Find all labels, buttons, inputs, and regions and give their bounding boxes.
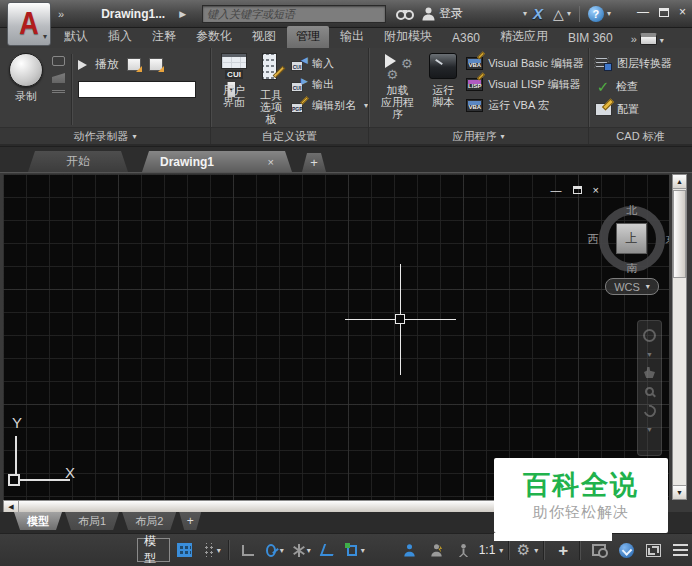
new-drawing-tab-button[interactable]: +	[302, 153, 326, 172]
clean-screen-button[interactable]	[641, 538, 665, 562]
workspace-dropdown-icon[interactable]: ▾	[534, 546, 538, 555]
help-icon[interactable]: ?	[588, 6, 604, 22]
layout-tab-model[interactable]: 模型	[14, 512, 62, 530]
edit-aliases-button[interactable]: PGP 编辑别名 ▾	[291, 96, 368, 115]
ribbon-display-toggle-icon[interactable]	[640, 33, 657, 45]
load-application-button[interactable]: ⚙ ⚙ 加载 应用程序	[375, 52, 420, 127]
drawing-restore-button[interactable]	[573, 186, 582, 194]
navigation-more-icon[interactable]: ▼	[646, 426, 653, 433]
annotation-visibility-button[interactable]	[397, 538, 421, 562]
visual-basic-editor-button[interactable]: VBA Visual Basic 编辑器	[466, 54, 584, 73]
ribbon-tab-insert[interactable]: 插入	[99, 26, 141, 48]
close-button[interactable]: ×	[679, 5, 686, 19]
record-button[interactable]: 录制	[6, 52, 46, 127]
navigation-wheel-dropdown-icon[interactable]: ▼	[646, 351, 653, 358]
insert-message-icon[interactable]	[52, 56, 65, 66]
annotation-scale-button[interactable]	[451, 538, 475, 562]
object-snap-dropdown-icon[interactable]: ▾	[361, 546, 365, 555]
wcs-dropdown[interactable]: WCS ▾	[605, 278, 659, 295]
vertical-scrollbar[interactable]: ▲ ▼	[672, 174, 687, 500]
ribbon-tab-annotate[interactable]: 注释	[143, 26, 185, 48]
layer-translator-button[interactable]: 图层转换器	[595, 54, 672, 73]
orbit-icon[interactable]	[641, 403, 658, 420]
viewcube-west-label[interactable]: 西	[588, 232, 599, 247]
scale-dropdown-icon[interactable]: ▾	[499, 546, 503, 555]
search-binoculars-icon[interactable]	[396, 7, 414, 21]
object-snap-tracking-button[interactable]	[317, 538, 341, 562]
ribbon-tab-addins[interactable]: 附加模块	[375, 26, 441, 48]
panel-label-customization[interactable]: 自定义设置	[211, 127, 368, 144]
customization-menu-button[interactable]	[668, 538, 692, 562]
ribbon-tab-view[interactable]: 视图	[243, 26, 285, 48]
help-dropdown-icon[interactable]: ▾	[607, 9, 611, 18]
isometric-dropdown-icon[interactable]: ▾	[307, 546, 311, 555]
polar-tracking-button[interactable]: ▾	[263, 538, 287, 562]
ribbon-tab-a360[interactable]: A360	[443, 29, 489, 48]
annotation-scale-value-button[interactable]: 1:1 ▾	[478, 538, 503, 562]
object-snap-button[interactable]: ▾	[344, 538, 368, 562]
isolate-objects-button[interactable]	[587, 538, 611, 562]
scroll-down-icon[interactable]: ▼	[673, 485, 686, 499]
document-title-arrow-icon[interactable]: ▶	[179, 9, 186, 19]
minimize-button[interactable]: —	[637, 5, 649, 19]
tool-palettes-button[interactable]: 工具 选项板	[255, 52, 287, 127]
viewcube[interactable]: 上 北 西 东 南	[599, 206, 665, 272]
file-tab-start[interactable]: 开始	[28, 151, 128, 172]
polar-dropdown-icon[interactable]: ▾	[280, 546, 284, 555]
ortho-mode-button[interactable]	[236, 538, 260, 562]
isometric-drafting-button[interactable]: ▾	[290, 538, 314, 562]
wcs-dropdown-icon[interactable]: ▾	[646, 282, 650, 291]
panel-expand-icon[interactable]: ▾	[132, 132, 136, 141]
drawing-minimize-button[interactable]: —	[551, 184, 562, 196]
quick-access-expand-icon[interactable]: »	[58, 8, 63, 20]
import-customization-button[interactable]: CUI ◀ 输入	[291, 54, 368, 73]
macro-combobox-input[interactable]	[79, 82, 227, 97]
manage-macros-icon[interactable]	[127, 58, 141, 71]
panel-expand-icon[interactable]: ▾	[500, 132, 504, 141]
macro-combobox[interactable]: ▼	[78, 81, 196, 98]
application-menu-button[interactable]: A ▾	[7, 2, 51, 46]
vertical-scrollbar-thumb[interactable]	[673, 190, 686, 278]
run-script-button[interactable]: 运行 脚本	[426, 52, 460, 127]
ribbon-tab-overflow-icon[interactable]: »	[631, 33, 636, 45]
edit-macro-icon[interactable]	[149, 58, 163, 71]
search-input[interactable]	[203, 6, 385, 22]
annotation-monitor-button[interactable]: +	[551, 538, 575, 562]
panel-label-applications[interactable]: 应用程序 ▾	[369, 127, 588, 144]
restore-button[interactable]	[659, 8, 669, 17]
check-standards-button[interactable]: ✓ 检查	[595, 77, 672, 96]
viewcube-east-label[interactable]: 东	[666, 232, 670, 247]
user-interface-button[interactable]: CUI 用户 界面	[217, 52, 251, 127]
ribbon-tab-default[interactable]: 默认	[55, 26, 97, 48]
panel-label-action-recorder[interactable]: 动作录制器 ▾	[0, 127, 210, 144]
configure-standards-button[interactable]: 配置	[595, 100, 672, 119]
model-space-button[interactable]: 模型	[137, 538, 170, 562]
snap-dropdown-icon[interactable]: ▾	[217, 546, 221, 555]
exchange-apps-icon[interactable]: X	[533, 5, 543, 22]
zoom-icon[interactable]	[645, 387, 654, 396]
pan-icon[interactable]	[644, 367, 655, 378]
signin-dropdown-icon[interactable]: ▾	[523, 9, 527, 18]
snap-mode-button[interactable]: ▾	[200, 538, 224, 562]
viewcube-south-label[interactable]: 南	[627, 261, 638, 276]
viewcube-north-label[interactable]: 北	[627, 203, 638, 218]
visual-lisp-editor-button[interactable]: LISP Visual LISP 编辑器	[466, 75, 584, 94]
drawing-canvas[interactable]: — × 上 北 西 东 南 WCS ▾ ▼	[3, 174, 669, 500]
file-tab-close-icon[interactable]: ×	[268, 156, 274, 168]
annotation-autoscale-button[interactable]	[424, 538, 448, 562]
layout-tab-layout2[interactable]: 布局2	[122, 512, 176, 530]
ribbon-tab-parametric[interactable]: 参数化	[187, 26, 241, 48]
a360-dropdown-icon[interactable]: ▾	[567, 9, 571, 18]
ribbon-tab-manage[interactable]: 管理	[287, 26, 329, 48]
ribbon-tab-output[interactable]: 输出	[331, 26, 373, 48]
search-box[interactable]	[202, 5, 386, 23]
insert-base-point-icon[interactable]	[52, 73, 65, 83]
export-customization-button[interactable]: CUI ◀ 输出	[291, 75, 368, 94]
workspace-switching-button[interactable]: ⚙ ▾	[515, 538, 539, 562]
scroll-left-icon[interactable]: ◀	[4, 501, 19, 512]
pause-icon[interactable]	[52, 90, 65, 95]
play-icon[interactable]	[78, 60, 87, 70]
navigation-bar[interactable]: ▼ ▼	[637, 320, 662, 456]
scroll-up-icon[interactable]: ▲	[673, 175, 686, 189]
sign-in-button[interactable]: 登录	[422, 5, 463, 22]
